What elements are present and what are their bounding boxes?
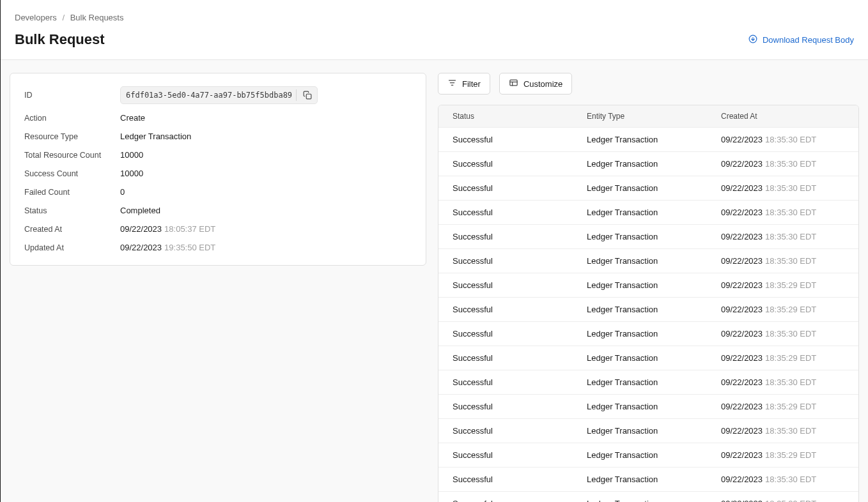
cell-entity-type: Ledger Transaction — [587, 499, 721, 502]
content-area: ID 6fdf01a3-5ed0-4a77-aa97-bb75f5bdba89 … — [1, 60, 868, 502]
svg-rect-1 — [306, 94, 311, 99]
cell-entity-type: Ledger Transaction — [587, 426, 721, 436]
header-created-at[interactable]: Created At — [721, 112, 844, 121]
table-row[interactable]: SuccessfulLedger Transaction09/22/202318… — [438, 224, 858, 248]
cell-status: Successful — [453, 353, 587, 363]
value-resource-type: Ledger Transaction — [120, 132, 191, 141]
copy-icon — [303, 91, 312, 100]
id-value: 6fdf01a3-5ed0-4a77-aa97-bb75f5bdba89 — [126, 91, 292, 100]
label-created-at: Created At — [24, 225, 120, 234]
table-row[interactable]: SuccessfulLedger Transaction09/22/202318… — [438, 321, 858, 346]
cell-status: Successful — [453, 135, 587, 144]
pill-divider — [296, 89, 297, 101]
table-row[interactable]: SuccessfulLedger Transaction09/22/202318… — [438, 151, 858, 176]
cell-status: Successful — [453, 377, 587, 387]
cell-status: Successful — [453, 499, 587, 502]
download-request-body-button[interactable]: Download Request Body — [748, 34, 854, 45]
cell-entity-type: Ledger Transaction — [587, 183, 721, 193]
table-row[interactable]: SuccessfulLedger Transaction09/22/202318… — [438, 370, 858, 394]
cell-created-at: 09/22/202318:35:30 EDT — [721, 475, 844, 484]
label-resource-type: Resource Type — [24, 132, 120, 141]
table-row[interactable]: SuccessfulLedger Transaction09/22/202318… — [438, 127, 858, 151]
cell-entity-type: Ledger Transaction — [587, 475, 721, 484]
download-icon — [748, 34, 757, 45]
table-row[interactable]: SuccessfulLedger Transaction09/22/202318… — [438, 418, 858, 443]
label-id: ID — [24, 91, 120, 100]
cell-created-at: 09/22/202318:35:29 EDT — [721, 305, 844, 314]
table-row[interactable]: SuccessfulLedger Transaction09/22/202318… — [438, 467, 858, 491]
filter-icon — [447, 78, 457, 89]
value-total-resource-count: 10000 — [120, 150, 143, 160]
cell-entity-type: Ledger Transaction — [587, 377, 721, 387]
cell-entity-type: Ledger Transaction — [587, 450, 721, 460]
breadcrumb-parent[interactable]: Developers — [15, 13, 57, 22]
table-body: SuccessfulLedger Transaction09/22/202318… — [438, 127, 858, 502]
cell-created-at: 09/22/202318:35:30 EDT — [721, 208, 844, 217]
table-row[interactable]: SuccessfulLedger Transaction09/22/202318… — [438, 297, 858, 321]
cell-status: Successful — [453, 208, 587, 217]
table-row[interactable]: SuccessfulLedger Transaction09/22/202318… — [438, 248, 858, 273]
cell-entity-type: Ledger Transaction — [587, 353, 721, 363]
filter-label: Filter — [462, 79, 481, 89]
cell-status: Successful — [453, 280, 587, 290]
breadcrumb-separator: / — [62, 13, 65, 22]
table-header: Status Entity Type Created At — [438, 105, 858, 127]
cell-created-at: 09/22/202318:35:30 EDT — [721, 159, 844, 169]
value-success-count: 10000 — [120, 169, 143, 178]
details-card: ID 6fdf01a3-5ed0-4a77-aa97-bb75f5bdba89 … — [10, 73, 426, 266]
cell-status: Successful — [453, 475, 587, 484]
label-failed-count: Failed Count — [24, 188, 120, 197]
customize-icon — [509, 78, 518, 89]
cell-entity-type: Ledger Transaction — [587, 305, 721, 314]
value-created-at: 09/22/202318:05:37 EDT — [120, 224, 215, 234]
table-row[interactable]: SuccessfulLedger Transaction09/22/202318… — [438, 394, 858, 418]
cell-created-at: 09/22/202318:35:29 EDT — [721, 402, 844, 411]
cell-created-at: 09/22/202318:35:30 EDT — [721, 329, 844, 338]
value-action: Create — [120, 113, 145, 123]
cell-status: Successful — [453, 305, 587, 314]
customize-button[interactable]: Customize — [499, 73, 572, 95]
table-row[interactable]: SuccessfulLedger Transaction09/22/202318… — [438, 491, 858, 502]
label-total-resource-count: Total Resource Count — [24, 151, 120, 160]
filter-button[interactable]: Filter — [438, 73, 490, 95]
cell-created-at: 09/22/202318:35:30 EDT — [721, 232, 844, 241]
cell-status: Successful — [453, 426, 587, 436]
label-success-count: Success Count — [24, 169, 120, 178]
cell-entity-type: Ledger Transaction — [587, 208, 721, 217]
breadcrumb-current[interactable]: Bulk Requests — [70, 13, 124, 22]
cell-created-at: 09/22/202318:35:30 EDT — [721, 135, 844, 144]
svg-rect-5 — [510, 80, 517, 86]
table-row[interactable]: SuccessfulLedger Transaction09/22/202318… — [438, 200, 858, 224]
label-updated-at: Updated At — [24, 243, 120, 252]
cell-entity-type: Ledger Transaction — [587, 280, 721, 290]
table-toolbar: Filter Customize — [438, 73, 859, 95]
table-row[interactable]: SuccessfulLedger Transaction09/22/202318… — [438, 273, 858, 297]
cell-entity-type: Ledger Transaction — [587, 402, 721, 411]
table-row[interactable]: SuccessfulLedger Transaction09/22/202318… — [438, 346, 858, 370]
cell-entity-type: Ledger Transaction — [587, 159, 721, 169]
page-header: Developers / Bulk Requests Bulk Request … — [1, 0, 868, 60]
cell-created-at: 09/22/202318:35:30 EDT — [721, 426, 844, 436]
download-label: Download Request Body — [763, 35, 854, 45]
cell-status: Successful — [453, 232, 587, 241]
table-row[interactable]: SuccessfulLedger Transaction09/22/202318… — [438, 443, 858, 467]
value-failed-count: 0 — [120, 187, 125, 197]
label-action: Action — [24, 114, 120, 123]
table-row[interactable]: SuccessfulLedger Transaction09/22/202318… — [438, 176, 858, 200]
header-entity-type[interactable]: Entity Type — [587, 112, 721, 121]
cell-status: Successful — [453, 329, 587, 338]
cell-entity-type: Ledger Transaction — [587, 232, 721, 241]
cell-entity-type: Ledger Transaction — [587, 256, 721, 266]
results-column: Filter Customize Status Entity Type Crea… — [438, 73, 859, 502]
breadcrumb: Developers / Bulk Requests — [15, 13, 854, 22]
cell-entity-type: Ledger Transaction — [587, 329, 721, 338]
customize-label: Customize — [523, 79, 562, 89]
header-status[interactable]: Status — [453, 112, 587, 121]
cell-status: Successful — [453, 159, 587, 169]
cell-created-at: 09/22/202318:35:29 EDT — [721, 450, 844, 460]
id-pill: 6fdf01a3-5ed0-4a77-aa97-bb75f5bdba89 — [120, 86, 318, 104]
cell-entity-type: Ledger Transaction — [587, 135, 721, 144]
copy-id-button[interactable] — [300, 88, 314, 102]
cell-status: Successful — [453, 402, 587, 411]
value-status: Completed — [120, 206, 160, 215]
